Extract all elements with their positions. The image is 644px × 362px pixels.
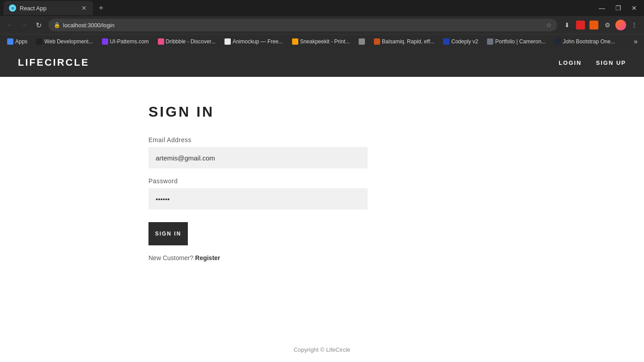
extension-orange-icon[interactable]	[588, 19, 600, 31]
active-tab[interactable]: ⚛ React App ✕	[4, 1, 93, 15]
bookmark-webdev-favicon	[36, 38, 42, 45]
bookmarks-more-button[interactable]: »	[631, 36, 640, 47]
email-input[interactable]	[148, 147, 368, 168]
extension-settings-icon[interactable]: ⚙	[601, 19, 614, 31]
app-nav: LOGIN SIGN UP	[559, 59, 626, 66]
address-bar[interactable]: 🔒 localhost:3000/login ☆	[48, 19, 557, 31]
tab-bar: ⚛ React App ✕ + — ❐ ✕	[0, 0, 644, 16]
tab-title: React App	[20, 5, 77, 12]
download-icon[interactable]: ⬇	[561, 19, 573, 31]
password-input[interactable]	[148, 188, 368, 210]
nav-login-link[interactable]: LOGIN	[559, 59, 581, 66]
bookmark-portfolio[interactable]: Portfolio | Cameron...	[483, 37, 549, 46]
email-form-group: Email Address	[148, 136, 368, 168]
tab-favicon: ⚛	[9, 4, 16, 12]
tab-close-button[interactable]: ✕	[80, 4, 88, 12]
profile-icon[interactable]	[614, 19, 627, 31]
bookmark-codeply-label: Codeply v2	[451, 38, 478, 45]
app-footer: Copyright © LifeCircle	[0, 337, 644, 362]
bookmark-codeply-favicon	[443, 38, 449, 45]
navigation-bar: ← → ↻ 🔒 localhost:3000/login ☆ ⬇ ⚙ ⋮	[0, 16, 644, 34]
refresh-button[interactable]: ↻	[32, 19, 45, 31]
bookmark-dribbble-favicon	[158, 38, 164, 45]
bookmark-portfolio-label: Portfolio | Cameron...	[495, 38, 546, 45]
password-label: Password	[148, 177, 368, 185]
back-button[interactable]: ←	[4, 19, 16, 31]
bookmark-ui-favicon	[102, 38, 108, 45]
email-label: Email Address	[148, 136, 368, 143]
bookmark-portfolio-favicon	[487, 38, 493, 45]
bookmark-codeply[interactable]: Codeply v2	[440, 37, 482, 46]
main-content: SIGN IN Email Address Password SIGN IN N…	[0, 77, 644, 337]
address-text: localhost:3000/login	[63, 22, 543, 29]
sign-in-button[interactable]: SIGN IN	[148, 222, 188, 245]
copyright-text: Copyright © LifeCircle	[294, 346, 351, 353]
bookmark-star-icon[interactable]: ☆	[546, 21, 552, 29]
minimize-button[interactable]: —	[596, 2, 608, 14]
window-controls: — ❐ ✕	[596, 2, 640, 14]
register-prompt: New Customer? Register	[148, 254, 220, 261]
app-header: LIFECIRCLE LOGIN SIGN UP	[0, 48, 644, 77]
lock-icon: 🔒	[54, 22, 60, 28]
new-customer-text: New Customer?	[148, 254, 193, 261]
nav-signup-link[interactable]: SIGN UP	[596, 59, 626, 66]
bookmark-extra-favicon	[359, 38, 365, 45]
register-link[interactable]: Register	[195, 254, 220, 261]
bookmark-balsamiq-favicon	[374, 38, 380, 45]
bookmark-animockup-label: Animockup — Free...	[233, 38, 283, 45]
bookmark-dribbble[interactable]: Dribbble - Discover...	[154, 37, 219, 46]
bookmark-sneakpeekit[interactable]: Sneakpeekit - Print...	[288, 37, 353, 46]
bookmark-apps-label: Apps	[15, 38, 27, 45]
maximize-button[interactable]: ❐	[612, 2, 624, 14]
bookmark-sneakpeekit-favicon	[292, 38, 298, 45]
bookmark-webdev[interactable]: Web Development...	[33, 37, 97, 46]
bookmark-balsamiq[interactable]: Balsamiq. Rapid, eff...	[370, 37, 438, 46]
bookmark-extra[interactable]	[355, 37, 369, 46]
bookmark-apps-favicon	[7, 38, 13, 45]
new-tab-button[interactable]: +	[95, 2, 107, 14]
bookmark-webdev-label: Web Development...	[44, 38, 93, 45]
bookmark-animockup[interactable]: Animockup — Free...	[221, 37, 287, 46]
bookmarks-bar: Apps Web Development... UI-Patterns.com …	[0, 34, 644, 48]
close-window-button[interactable]: ✕	[628, 2, 640, 14]
bookmark-john[interactable]: John Bootstrap One...	[551, 37, 619, 46]
bookmark-ui-patterns[interactable]: UI-Patterns.com	[98, 37, 153, 46]
nav-right-icons: ⬇ ⚙ ⋮	[561, 19, 640, 31]
extensions-icon[interactable]	[574, 19, 587, 31]
password-form-group: Password	[148, 177, 368, 210]
bookmark-apps[interactable]: Apps	[4, 37, 31, 46]
app-content: LIFECIRCLE LOGIN SIGN UP SIGN IN Email A…	[0, 48, 644, 362]
bookmark-sneakpeekit-label: Sneakpeekit - Print...	[300, 38, 350, 45]
app-logo: LIFECIRCLE	[18, 57, 89, 68]
bookmark-ui-label: UI-Patterns.com	[110, 38, 149, 45]
bookmark-dribbble-label: Dribbble - Discover...	[166, 38, 216, 45]
bookmark-animockup-favicon	[225, 38, 231, 45]
bookmark-john-favicon	[555, 38, 561, 45]
forward-button[interactable]: →	[18, 19, 30, 31]
browser-chrome: ⚛ React App ✕ + — ❐ ✕ ← → ↻ 🔒 localhost:…	[0, 0, 644, 48]
bookmark-balsamiq-label: Balsamiq. Rapid, eff...	[382, 38, 434, 45]
sign-in-title: SIGN IN	[148, 104, 214, 120]
menu-icon[interactable]: ⋮	[628, 19, 640, 31]
bookmark-john-label: John Bootstrap One...	[563, 38, 615, 45]
